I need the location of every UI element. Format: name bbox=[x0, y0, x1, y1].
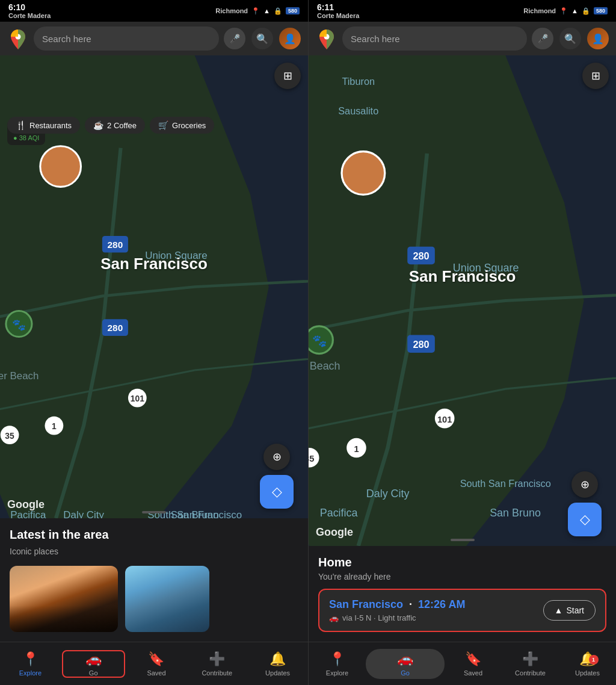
svg-text:Daly City: Daly City bbox=[366, 488, 410, 500]
right-status-bar: 6:11 Corte Madera Richmond 📍 ▲ 🔒 580 bbox=[309, 0, 616, 22]
left-nav-go-label: Go bbox=[89, 669, 98, 677]
svg-text:🐾: 🐾 bbox=[12, 318, 26, 332]
car-small-icon: 🚗 bbox=[329, 613, 339, 622]
right-battery-icon: 🔒 bbox=[582, 7, 590, 15]
saved-icon: 🔖 bbox=[148, 651, 164, 667]
svg-text:1: 1 bbox=[354, 444, 359, 454]
left-nav-contribute-label: Contribute bbox=[202, 669, 232, 677]
home-route-text: via I-5 N · Light traffic bbox=[342, 613, 416, 622]
left-carrier: Corte Madera bbox=[8, 12, 51, 19]
start-button[interactable]: ▲ Start bbox=[543, 600, 596, 621]
left-nav-saved[interactable]: 🔖 Saved bbox=[126, 651, 187, 677]
right-nav-updates[interactable]: 🔔 1 Updates bbox=[559, 651, 616, 677]
updates-icon: 🔔 bbox=[270, 651, 286, 667]
right-nav-updates-label: Updates bbox=[575, 669, 600, 677]
right-nav-contribute-label: Contribute bbox=[515, 669, 546, 677]
left-search-bar: Search here 🎤 🔍 👤 bbox=[0, 22, 308, 55]
left-lens-icon[interactable]: 🔍 bbox=[251, 28, 273, 49]
right-avatar[interactable]: 👤 bbox=[587, 28, 609, 49]
svg-text:1: 1 bbox=[52, 421, 57, 431]
groceries-icon: 🛒 bbox=[158, 120, 168, 130]
right-lens-icon[interactable]: 🔍 bbox=[559, 28, 581, 49]
svg-point-42 bbox=[342, 152, 385, 195]
right-location-btn[interactable]: ⊕ bbox=[571, 471, 598, 498]
right-search-bar: Search here 🎤 🔍 👤 bbox=[309, 22, 616, 55]
pill-restaurants[interactable]: 🍴 Restaurants bbox=[7, 117, 80, 134]
svg-text:Baker Beach: Baker Beach bbox=[309, 360, 340, 372]
location-pin-icon: 📍 bbox=[251, 7, 260, 15]
right-search-input[interactable]: Search here bbox=[342, 26, 527, 51]
right-layers-btn[interactable]: ⊞ bbox=[582, 63, 609, 89]
right-nav-go-label: Go bbox=[401, 669, 410, 677]
right-map: 280 280 101 1 35 Tiburon Sausalito Daly … bbox=[309, 55, 616, 546]
left-bottom-sheet: Latest in the area Iconic places bbox=[0, 518, 308, 642]
left-bottom-nav: 📍 Explore 🚗 Go 🔖 Saved ➕ Contribute 🔔 Up… bbox=[0, 642, 308, 685]
start-button-label: Start bbox=[566, 606, 584, 615]
right-search-placeholder: Search here bbox=[351, 34, 400, 44]
restaurants-icon: 🍴 bbox=[16, 120, 26, 130]
right-location: Richmond bbox=[523, 7, 556, 14]
left-nav-fab[interactable]: ◇ bbox=[260, 475, 294, 509]
place-card-golden-gate[interactable] bbox=[10, 566, 118, 632]
right-wifi-icon: ▲ bbox=[571, 7, 578, 14]
left-nav-saved-label: Saved bbox=[147, 669, 165, 677]
left-nav-contribute[interactable]: ➕ Contribute bbox=[186, 651, 247, 677]
svg-text:35: 35 bbox=[309, 454, 314, 463]
svg-text:Sausalito: Sausalito bbox=[338, 105, 378, 116]
left-drag-handle bbox=[142, 511, 166, 513]
pill-groceries-label: Groceries bbox=[172, 121, 206, 130]
left-search-placeholder: Search here bbox=[42, 34, 91, 44]
golden-gate-image bbox=[10, 566, 118, 632]
explore-icon: 📍 bbox=[22, 651, 38, 667]
alcatraz-image bbox=[125, 566, 209, 632]
left-layers-btn[interactable]: ⊞ bbox=[274, 63, 301, 89]
right-drag-handle bbox=[451, 539, 475, 541]
right-nav-fab[interactable]: ◇ bbox=[568, 503, 602, 536]
home-card-info: San Francisco · 12:26 AM 🚗 via I-5 N · L… bbox=[329, 598, 465, 622]
svg-text:Daly City: Daly City bbox=[63, 509, 104, 518]
battery-icon: 🔒 bbox=[274, 7, 282, 15]
left-sheet-subtitle: Iconic places bbox=[10, 547, 298, 556]
left-nav-explore[interactable]: 📍 Explore bbox=[0, 651, 61, 677]
left-mic-icon[interactable]: 🎤 bbox=[224, 28, 245, 49]
svg-text:280: 280 bbox=[108, 240, 123, 250]
left-maps-logo[interactable] bbox=[7, 28, 29, 49]
left-search-input[interactable]: Search here bbox=[34, 26, 219, 51]
left-avatar[interactable]: 👤 bbox=[279, 28, 301, 49]
left-highway-badge: 580 bbox=[286, 7, 300, 14]
right-nav-contribute[interactable]: ➕ Contribute bbox=[502, 651, 559, 677]
place-card-alcatraz[interactable] bbox=[125, 566, 209, 632]
right-mic-icon[interactable]: 🎤 bbox=[532, 28, 553, 49]
svg-text:🐾: 🐾 bbox=[312, 333, 327, 348]
svg-text:Union Square: Union Square bbox=[145, 250, 207, 261]
left-nav-updates[interactable]: 🔔 Updates bbox=[247, 651, 308, 677]
right-nav-explore[interactable]: 📍 Explore bbox=[309, 651, 366, 677]
right-nav-go[interactable]: 🚗 Go bbox=[366, 649, 445, 679]
left-places-scroll bbox=[10, 566, 298, 632]
left-nav-go[interactable]: 🚗 Go bbox=[62, 650, 125, 678]
left-location-btn[interactable]: ⊕ bbox=[263, 444, 290, 470]
right-explore-icon: 📍 bbox=[329, 651, 345, 667]
go-icon: 🚗 bbox=[85, 651, 102, 667]
right-go-icon: 🚗 bbox=[397, 651, 413, 667]
right-nav-saved[interactable]: 🔖 Saved bbox=[445, 651, 502, 677]
left-map: 🍴 Restaurants ☕ 2 Coffee 🛒 Groceries bbox=[0, 55, 308, 518]
left-category-pills: 🍴 Restaurants ☕ 2 Coffee 🛒 Groceries bbox=[0, 111, 221, 140]
start-nav-icon: ▲ bbox=[555, 606, 563, 615]
coffee-icon: ☕ bbox=[93, 120, 103, 130]
right-bottom-nav: 📍 Explore 🚗 Go 🔖 Saved ➕ Contribute 🔔 1 … bbox=[309, 642, 616, 685]
left-location: Richmond bbox=[215, 7, 248, 14]
svg-text:280: 280 bbox=[413, 339, 429, 350]
right-google-watermark: Google bbox=[316, 526, 353, 539]
right-maps-logo[interactable] bbox=[316, 28, 337, 49]
right-saved-icon: 🔖 bbox=[465, 651, 481, 667]
right-contribute-icon: ➕ bbox=[522, 651, 538, 667]
home-destination-card[interactable]: San Francisco · 12:26 AM 🚗 via I-5 N · L… bbox=[318, 589, 606, 632]
svg-text:101: 101 bbox=[437, 415, 452, 424]
pill-coffee[interactable]: ☕ 2 Coffee bbox=[85, 117, 145, 134]
pill-groceries[interactable]: 🛒 Groceries bbox=[150, 117, 214, 134]
right-time: 6:11 bbox=[317, 2, 359, 12]
svg-text:Tiburon: Tiburon bbox=[342, 76, 375, 87]
right-bottom-sheet: Home You're already here San Francisco ·… bbox=[309, 546, 616, 642]
svg-text:280: 280 bbox=[108, 323, 123, 333]
